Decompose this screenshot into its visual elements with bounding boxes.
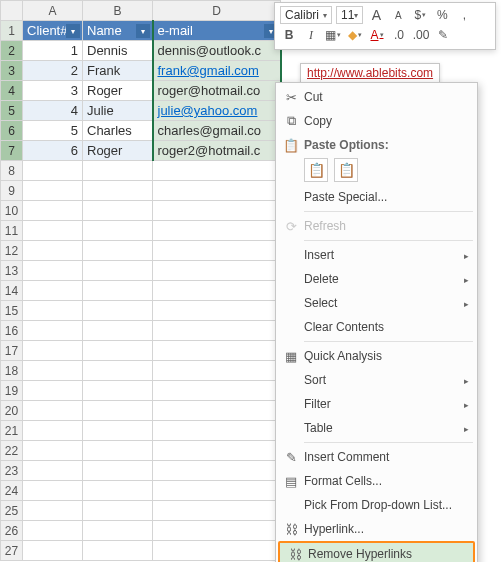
row-header[interactable]: 3: [1, 61, 23, 81]
row-header[interactable]: 18: [1, 361, 23, 381]
italic-button[interactable]: I: [302, 26, 320, 44]
cell-empty[interactable]: [153, 201, 281, 221]
cell-empty[interactable]: [83, 481, 153, 501]
cell-client[interactable]: 3: [23, 81, 83, 101]
cell-email[interactable]: charles@gmail.co: [153, 121, 281, 141]
font-color-button[interactable]: A: [368, 26, 386, 44]
row-header[interactable]: 17: [1, 341, 23, 361]
font-selector[interactable]: Calibri▾: [280, 6, 332, 24]
menu-remove-hyperlinks[interactable]: ⛓Remove Hyperlinks: [278, 541, 475, 562]
cell-email[interactable]: dennis@outlook.c: [153, 41, 281, 61]
cell-empty[interactable]: [153, 541, 281, 561]
cell-empty[interactable]: [83, 221, 153, 241]
row-header[interactable]: 27: [1, 541, 23, 561]
decrease-font-icon[interactable]: A: [389, 6, 407, 24]
cell-empty[interactable]: [153, 241, 281, 261]
paste-default-button[interactable]: 📋: [304, 158, 328, 182]
cell-name[interactable]: Julie: [83, 101, 153, 121]
cell-empty[interactable]: [153, 481, 281, 501]
menu-table[interactable]: Table: [276, 416, 477, 440]
menu-delete[interactable]: Delete: [276, 267, 477, 291]
cell-empty[interactable]: [83, 501, 153, 521]
menu-format-cells[interactable]: ▤Format Cells...: [276, 469, 477, 493]
cell-empty[interactable]: [153, 221, 281, 241]
cell-empty[interactable]: [23, 341, 83, 361]
cell-empty[interactable]: [153, 421, 281, 441]
cell-empty[interactable]: [23, 241, 83, 261]
cell-empty[interactable]: [23, 201, 83, 221]
row-header[interactable]: 24: [1, 481, 23, 501]
cell-empty[interactable]: [23, 381, 83, 401]
fill-color-button[interactable]: ◆: [346, 26, 364, 44]
row-header[interactable]: 9: [1, 181, 23, 201]
row-header[interactable]: 20: [1, 401, 23, 421]
cell-client[interactable]: 5: [23, 121, 83, 141]
cell-empty[interactable]: [23, 361, 83, 381]
cell-empty[interactable]: [83, 241, 153, 261]
row-header[interactable]: 10: [1, 201, 23, 221]
row-header[interactable]: 11: [1, 221, 23, 241]
row-header[interactable]: 7: [1, 141, 23, 161]
cell-empty[interactable]: [153, 361, 281, 381]
row-header[interactable]: 23: [1, 461, 23, 481]
row-header[interactable]: 16: [1, 321, 23, 341]
cell-email[interactable]: frank@gmail.com: [153, 61, 281, 81]
cell-empty[interactable]: [83, 281, 153, 301]
filter-dropdown-icon[interactable]: [136, 24, 150, 38]
menu-sort[interactable]: Sort: [276, 368, 477, 392]
cell-empty[interactable]: [23, 421, 83, 441]
col-header-d[interactable]: D: [153, 1, 281, 21]
table-header-name[interactable]: Name: [83, 21, 153, 41]
bold-button[interactable]: B: [280, 26, 298, 44]
row-header[interactable]: 14: [1, 281, 23, 301]
border-button[interactable]: ▦: [324, 26, 342, 44]
cell-empty[interactable]: [83, 181, 153, 201]
cell-empty[interactable]: [83, 341, 153, 361]
cell-empty[interactable]: [153, 501, 281, 521]
table-header-email[interactable]: e-mail: [153, 21, 281, 41]
cell-empty[interactable]: [83, 521, 153, 541]
row-header[interactable]: 1: [1, 21, 23, 41]
cell-email[interactable]: roger@hotmail.co: [153, 81, 281, 101]
row-header[interactable]: 8: [1, 161, 23, 181]
cell-empty[interactable]: [83, 381, 153, 401]
cell-empty[interactable]: [83, 301, 153, 321]
menu-filter[interactable]: Filter: [276, 392, 477, 416]
cell-empty[interactable]: [153, 321, 281, 341]
cell-empty[interactable]: [153, 281, 281, 301]
cell-empty[interactable]: [23, 221, 83, 241]
cell-empty[interactable]: [83, 321, 153, 341]
cell-empty[interactable]: [23, 461, 83, 481]
menu-paste-special[interactable]: Paste Special...: [276, 185, 477, 209]
cell-empty[interactable]: [23, 161, 83, 181]
cell-empty[interactable]: [153, 341, 281, 361]
menu-insert[interactable]: Insert: [276, 243, 477, 267]
cell-empty[interactable]: [83, 441, 153, 461]
cell-email[interactable]: roger2@hotmail.c: [153, 141, 281, 161]
cell-empty[interactable]: [23, 541, 83, 561]
menu-quick-analysis[interactable]: ▦Quick Analysis: [276, 344, 477, 368]
cell-empty[interactable]: [83, 361, 153, 381]
cell-empty[interactable]: [83, 541, 153, 561]
row-header[interactable]: 21: [1, 421, 23, 441]
cell-client[interactable]: 6: [23, 141, 83, 161]
cell-empty[interactable]: [83, 261, 153, 281]
col-header-a[interactable]: A: [23, 1, 83, 21]
cell-name[interactable]: Roger: [83, 81, 153, 101]
cell-empty[interactable]: [153, 261, 281, 281]
increase-decimal-button[interactable]: .00: [412, 26, 430, 44]
row-header[interactable]: 6: [1, 121, 23, 141]
menu-pick-from-list[interactable]: Pick From Drop-down List...: [276, 493, 477, 517]
cell-empty[interactable]: [153, 181, 281, 201]
cell-empty[interactable]: [23, 301, 83, 321]
comma-button[interactable]: ,: [455, 6, 473, 24]
cell-empty[interactable]: [153, 301, 281, 321]
cell-empty[interactable]: [153, 401, 281, 421]
increase-font-icon[interactable]: A: [367, 6, 385, 24]
cell-name[interactable]: Charles: [83, 121, 153, 141]
cell-empty[interactable]: [23, 281, 83, 301]
row-header[interactable]: 19: [1, 381, 23, 401]
row-header[interactable]: 4: [1, 81, 23, 101]
select-all-corner[interactable]: [1, 1, 23, 21]
cell-empty[interactable]: [153, 461, 281, 481]
